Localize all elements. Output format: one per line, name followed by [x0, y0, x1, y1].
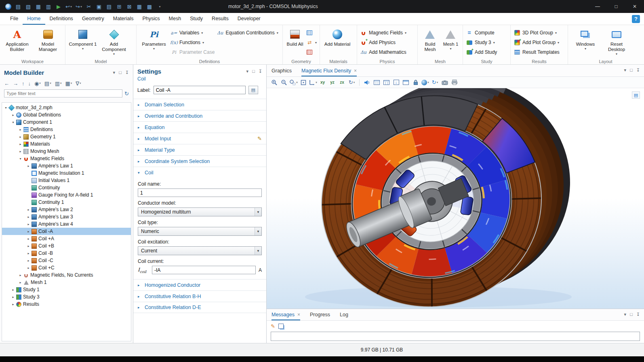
build-mesh-button[interactable]: Build Mesh — [421, 27, 440, 52]
chevron-right-icon[interactable]: ▸ — [11, 295, 15, 299]
menu-results[interactable]: Results — [207, 13, 233, 25]
chevron-right-icon[interactable]: ▸ — [26, 237, 31, 241]
chevron-right-icon[interactable]: ▸ — [26, 208, 31, 212]
tree-item-study-3[interactable]: ▸Study 3 — [2, 293, 131, 301]
coil-excitation-select[interactable]: Current▼ — [138, 246, 262, 255]
pin-panel-icon[interactable]: ↧ — [636, 312, 640, 317]
undo-icon[interactable]: ↩▾ — [64, 1, 74, 12]
tab-progress[interactable]: Progress — [310, 309, 330, 320]
tab-log[interactable]: Log — [340, 309, 348, 320]
tree-item-moving-mesh[interactable]: ▸Moving Mesh — [2, 148, 131, 155]
menu-developer[interactable]: Developer — [233, 13, 265, 25]
copy-messages-icon[interactable] — [278, 324, 284, 329]
dock-window-icon[interactable] — [402, 78, 410, 87]
chevron-right-icon[interactable]: ▸ — [11, 303, 15, 306]
close-icon[interactable]: ✕ — [625, 0, 644, 13]
panel-menu-icon[interactable]: ▾ — [113, 70, 116, 75]
menu-study[interactable]: Study — [185, 13, 207, 25]
pin-panel-icon[interactable]: ↧ — [125, 70, 129, 75]
3d-plot-group-button[interactable]: 3D Plot Group ▾ — [514, 29, 560, 36]
tree-item-materials[interactable]: ▸Materials — [2, 140, 131, 148]
tree-item-mesh-1[interactable]: ▸Mesh 1 — [2, 279, 131, 286]
cut-icon[interactable]: ✂ — [84, 1, 94, 12]
chevron-right-icon[interactable]: ▸ — [18, 142, 23, 146]
new-file-icon[interactable]: ▤ — [13, 1, 23, 12]
chevron-right-icon[interactable]: ▸ — [11, 113, 15, 117]
insert-sequence-button[interactable] — [306, 29, 317, 36]
add-study-button[interactable]: + Add Study — [466, 49, 497, 56]
tree-item-coil-plus-c[interactable]: ▸Coil +C — [2, 264, 131, 271]
update-geometry-button[interactable]: ⇄▾ — [306, 39, 317, 46]
compute-button[interactable]: = Compute — [466, 29, 497, 36]
reset-desktop-button[interactable]: Reset Desktop ▾ — [602, 27, 631, 56]
paste-icon[interactable]: ▤ — [104, 1, 114, 12]
chevron-right-icon[interactable]: ▸ — [18, 273, 23, 277]
label-id-button[interactable]: ▤ — [248, 86, 258, 94]
maximize-icon[interactable]: □ — [607, 0, 625, 13]
messages-input[interactable] — [271, 332, 640, 341]
graphics-canvas[interactable]: ▤ — [267, 88, 644, 309]
coil-name-input[interactable] — [138, 188, 262, 197]
chevron-right-icon[interactable]: ▸ — [26, 266, 31, 270]
parameters-button[interactable]: Pi Parameters ▾ — [139, 27, 168, 51]
tab-magnetic-flux-density[interactable]: Magnetic Flux Density× — [301, 65, 357, 76]
section-homogenized-conductor[interactable]: ▸Homogenized Conductor — [133, 279, 266, 290]
tree-filter-input[interactable] — [4, 89, 122, 97]
menu-file[interactable]: File — [6, 13, 23, 25]
tree-item-magnetic-fields[interactable]: ▾Magnetic Fields — [2, 155, 131, 162]
chevron-right-icon[interactable]: ▸ — [18, 135, 23, 139]
move-down-icon[interactable]: ↓ — [28, 80, 31, 87]
tree-item-coil-plus-b[interactable]: ▸Coil +B — [2, 242, 131, 250]
scene-rotation-icon[interactable]: ↻▾ — [347, 78, 356, 87]
equation-contributions-button[interactable]: Δu Equation Contributions ▾ — [217, 29, 278, 36]
component-1-button[interactable]: Component 1 ▾ — [68, 27, 97, 51]
tree-item-motor-3d-2-mph[interactable]: ▾motor_3d_2.mph — [2, 104, 131, 111]
float-panel-icon[interactable]: □ — [252, 69, 255, 74]
tree-item-amperes-law-4[interactable]: ▸Ampère's Law 4 — [2, 220, 131, 228]
tree-item-study-1[interactable]: ▸Study 1 — [2, 286, 131, 293]
tab-graphics[interactable]: Graphics — [271, 65, 292, 76]
chevron-right-icon[interactable]: ▸ — [18, 150, 23, 153]
label-input[interactable] — [154, 86, 246, 94]
panel-menu-icon[interactable]: ▾ — [246, 69, 249, 74]
zoom-in-icon[interactable] — [270, 78, 278, 87]
sound-icon[interactable] — [363, 78, 371, 87]
show-options-icon[interactable]: ◉▾ — [34, 80, 41, 87]
node-order-icon[interactable]: ▥▾ — [55, 80, 62, 87]
tree-item-global-definitions[interactable]: ▸Global Definitions — [2, 111, 131, 119]
chevron-right-icon[interactable]: ▸ — [26, 215, 31, 219]
redo-icon[interactable]: ↪▾ — [74, 1, 84, 12]
motor-3d-visualization[interactable] — [267, 88, 644, 309]
magnetic-fields-button[interactable]: Magnetic Fields ▾ — [360, 29, 406, 36]
section-coordinate-system-selection[interactable]: ▸Coordinate System Selection — [133, 155, 266, 167]
chevron-right-icon[interactable]: ▸ — [26, 244, 31, 248]
add-mathematics-button[interactable]: Δu Add Mathematics — [360, 49, 406, 56]
tab-messages[interactable]: Messages× — [271, 309, 300, 320]
duplicate-icon[interactable]: ⊞ — [114, 1, 124, 12]
delete-icon[interactable]: ⊠ — [124, 1, 134, 12]
copy-icon[interactable]: ▣ — [94, 1, 104, 12]
columns-icon[interactable]: ▦▾ — [65, 80, 72, 87]
tree-item-gauge-fixing-for-a-field-1[interactable]: Gauge Fixing for A-field 1 — [2, 191, 131, 199]
tree-item-magnetic-insulation-1[interactable]: Magnetic Insulation 1 — [2, 169, 131, 177]
section-domain-selection[interactable]: ▸Domain Selection — [133, 99, 266, 110]
close-tab-icon[interactable]: × — [354, 68, 357, 74]
section-material-type[interactable]: ▸Material Type — [133, 144, 266, 155]
mesh-1-button[interactable]: Mesh 1 ▾ — [442, 27, 460, 51]
menu-definitions[interactable]: Definitions — [45, 13, 78, 25]
edit-model-inputs-icon[interactable]: ✎ — [257, 135, 262, 142]
save-as-icon[interactable]: ▥ — [44, 1, 53, 12]
functions-button[interactable]: f(x) Functions ▾ — [170, 39, 215, 46]
back-icon[interactable]: ← — [4, 80, 9, 87]
show-legends-icon[interactable] — [382, 78, 391, 87]
tree-item-amperes-law-1[interactable]: ▸Ampère's Law 1 — [2, 162, 131, 169]
toolbar-more-icon[interactable]: ▾ — [155, 1, 164, 12]
tree-item-coil-plus-a[interactable]: ▸Coil +A — [2, 235, 131, 242]
close-tab-icon[interactable]: × — [297, 312, 300, 318]
grid-icon[interactable]: ▩ — [145, 1, 154, 12]
tree-item-magnetic-fields-no-currents[interactable]: ▸Magnetic Fields, No Currents — [2, 271, 131, 279]
conductor-model-select[interactable]: Homogenized multiturn▼ — [138, 207, 262, 216]
tree-item-initial-values-1[interactable]: Initial Values 1 — [2, 177, 131, 184]
node-text-icon[interactable]: ▤▾ — [44, 80, 51, 87]
model-manager-button[interactable]: Model Manager — [34, 27, 62, 52]
